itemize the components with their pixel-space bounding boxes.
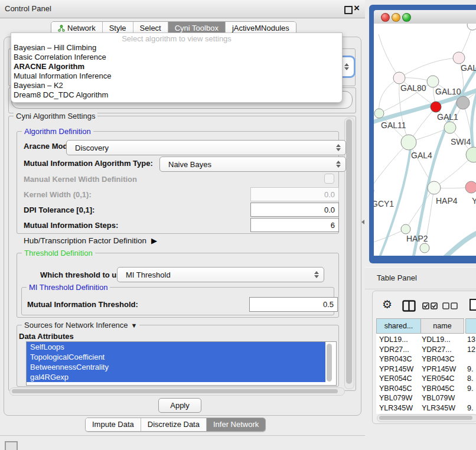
minimized-panel-icon[interactable] <box>5 441 18 450</box>
mi-type-combo[interactable]: Naive Bayes <box>159 156 346 172</box>
manual-kernel-label: Manual Kernel Width Definition <box>24 175 137 184</box>
select-all-checkboxes-icon[interactable] <box>422 302 438 309</box>
node-gal80[interactable] <box>393 72 405 84</box>
column-header-shared-name-label: shared... <box>384 322 413 330</box>
node-red-selected[interactable] <box>431 102 441 112</box>
column-header-shared-name[interactable]: shared... <box>376 318 421 334</box>
node-unlabeled[interactable] <box>467 24 476 30</box>
table-row[interactable]: YBR045CYBR045C9. <box>376 384 476 394</box>
data-attributes-list[interactable]: SelfLoops TopologicalCoefficient Between… <box>26 341 337 386</box>
screen: Control Panel × Network Style Sel <box>0 0 476 450</box>
table-row[interactable]: YBR043CYBR043C <box>376 354 476 364</box>
table-row[interactable]: YDR27...YDR27...12 <box>376 345 476 355</box>
node-right-large[interactable] <box>466 147 476 162</box>
table-panel-header: Table Panel <box>365 267 476 289</box>
close-traffic-light[interactable] <box>381 13 390 22</box>
algorithm-popup-placeholder: Select algorithm to view settings <box>11 34 342 43</box>
which-threshold-combo[interactable]: MI Threshold <box>117 267 324 282</box>
cell-name: YDL19... <box>422 335 463 345</box>
tab-impute-data[interactable]: Impute Data <box>86 418 141 431</box>
node-gal4[interactable] <box>401 135 416 150</box>
attribute-item[interactable]: SelfLoops <box>27 342 325 352</box>
tab-discretize-data-label: Discretize Data <box>148 418 200 431</box>
cyni-algorithm-settings-title: Cyni Algorithm Settings <box>14 112 97 120</box>
kernel-width-label: Kernel Width (0,1): <box>24 190 92 199</box>
kernel-width-field[interactable]: 0.0 <box>250 187 339 201</box>
node-hap4[interactable] <box>428 181 441 194</box>
table-row[interactable]: YLR345WYLR345W9. <box>376 403 476 413</box>
algorithm-option-selected[interactable]: ARACNE Algorithm <box>14 62 84 71</box>
algorithm-option[interactable]: Bayesian – Hill Climbing <box>14 43 96 52</box>
cell-value: 13 <box>467 335 476 345</box>
minimize-traffic-light[interactable] <box>392 13 400 22</box>
control-panel-window: Control Panel × Network Style Sel <box>0 0 365 436</box>
sources-group-title[interactable]: Sources for Network Inference ▼ <box>22 321 139 330</box>
attributes-vscrollbar-thumb[interactable] <box>327 344 332 381</box>
cell-shared-name: YBL079W <box>379 393 419 403</box>
node-gal11[interactable] <box>374 109 384 118</box>
apply-button[interactable]: Apply <box>158 398 201 413</box>
node-gray[interactable] <box>457 96 470 109</box>
collapsed-arrow-icon: ▶ <box>151 236 157 245</box>
mi-steps-field[interactable]: 6 <box>250 218 339 232</box>
mi-threshold-field[interactable]: 0.5 <box>249 297 338 312</box>
table-row[interactable]: YPR145WYPR145W9. <box>376 364 476 374</box>
node-label-gal1: GAL1 <box>437 112 458 122</box>
settings-vscrollbar-thumb[interactable] <box>346 119 352 384</box>
cell-value <box>467 393 476 403</box>
cell-shared-name: YER054C <box>379 374 419 384</box>
cell-value: 8. <box>467 374 476 384</box>
cell-name: YBR045C <box>422 384 463 394</box>
node-gal1[interactable] <box>444 122 456 133</box>
aracne-mode-combo[interactable]: Discovery <box>66 140 346 155</box>
hub-definition-toggle[interactable]: Hub/Transcription Factor Definition ▶ <box>24 235 157 246</box>
new-table-icon[interactable] <box>469 298 476 311</box>
control-panel-titlebar: Control Panel × <box>0 0 365 18</box>
algorithm-option[interactable]: Basic Correlation Inference <box>14 53 106 61</box>
settings-hscrollbar-thumb[interactable] <box>12 389 338 393</box>
cell-shared-name: YLR345W <box>379 403 419 413</box>
column-header-name[interactable]: name <box>420 318 464 334</box>
attribute-item[interactable]: BetweennessCentrality <box>27 362 325 372</box>
float-window-icon[interactable] <box>344 6 353 14</box>
close-icon[interactable]: × <box>354 2 360 14</box>
algorithm-option[interactable]: Dream8 DC_TDC Algorithm <box>14 90 108 99</box>
settings-hscrollbar[interactable] <box>9 387 345 396</box>
mi-steps-value: 6 <box>331 221 335 230</box>
cell-name: YBR043C <box>422 354 463 364</box>
attribute-item[interactable]: gal4RGexp <box>27 372 325 382</box>
mi-threshold-label: Mutual Information Threshold: <box>27 300 138 309</box>
network-canvas[interactable]: GAL GAL80 GAL10 GAL1 GAL11 SWI4 GAL4 GCY… <box>374 24 476 256</box>
panel-splitter-handle[interactable] <box>361 220 364 224</box>
table-row[interactable]: YDL19...YDL19...13 <box>376 335 476 345</box>
table-row[interactable]: YER054CYER054C8. <box>376 374 476 384</box>
dpi-tolerance-field[interactable]: 0.0 <box>250 203 339 217</box>
algorithm-option[interactable]: Bayesian – K2 <box>14 81 63 90</box>
node-salmon[interactable] <box>465 181 476 193</box>
node-hap2[interactable] <box>401 224 410 234</box>
data-attributes-label: Data Attributes <box>19 332 74 341</box>
network-view-titlebar[interactable] <box>374 10 476 24</box>
tab-infer-network-label: Infer Network <box>213 418 259 431</box>
cell-name: YER054C <box>422 374 463 384</box>
tab-infer-network[interactable]: Infer Network <box>206 418 265 431</box>
columns-icon[interactable] <box>402 300 416 312</box>
node-gal-partial[interactable] <box>453 52 465 64</box>
table-body: shared... name YDL19...YDL19...13 YDR27.… <box>376 318 476 414</box>
column-header-partial[interactable] <box>465 318 476 334</box>
apply-button-label: Apply <box>170 401 190 410</box>
attribute-item[interactable]: TopologicalCoefficient <box>27 352 325 362</box>
gear-icon[interactable]: ⚙ <box>382 299 392 310</box>
threshold-definition-title: Threshold Definition <box>22 249 95 257</box>
algorithm-option[interactable]: Mutual Information Inference <box>14 71 111 80</box>
unselect-all-checkboxes-icon[interactable] <box>442 302 458 309</box>
node-bottom-partial[interactable] <box>420 243 429 253</box>
zoom-traffic-light[interactable] <box>402 13 411 22</box>
node-gal10[interactable] <box>427 76 439 87</box>
table-hscrollbar[interactable] <box>377 414 476 422</box>
node-label-gcy1: GCY1 <box>374 199 394 208</box>
table-row[interactable]: YBL079WYBL079W <box>376 393 476 403</box>
table-hscrollbar-thumb[interactable] <box>379 416 472 420</box>
tab-discretize-data[interactable]: Discretize Data <box>141 418 206 431</box>
manual-kernel-checkbox[interactable] <box>324 174 334 184</box>
